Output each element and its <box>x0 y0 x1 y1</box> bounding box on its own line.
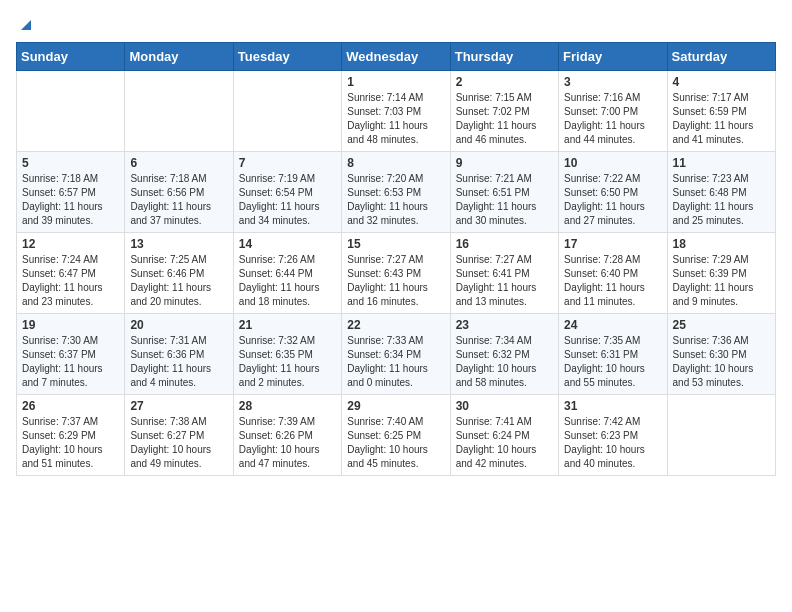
day-of-week-header: Wednesday <box>342 43 450 71</box>
day-number: 3 <box>564 75 661 89</box>
day-info: Sunrise: 7:28 AM Sunset: 6:40 PM Dayligh… <box>564 253 661 309</box>
day-number: 7 <box>239 156 336 170</box>
day-info: Sunrise: 7:24 AM Sunset: 6:47 PM Dayligh… <box>22 253 119 309</box>
calendar-cell: 7Sunrise: 7:19 AM Sunset: 6:54 PM Daylig… <box>233 152 341 233</box>
calendar-cell: 21Sunrise: 7:32 AM Sunset: 6:35 PM Dayli… <box>233 314 341 395</box>
calendar-cell: 27Sunrise: 7:38 AM Sunset: 6:27 PM Dayli… <box>125 395 233 476</box>
day-number: 6 <box>130 156 227 170</box>
calendar-cell: 18Sunrise: 7:29 AM Sunset: 6:39 PM Dayli… <box>667 233 775 314</box>
day-number: 12 <box>22 237 119 251</box>
day-number: 8 <box>347 156 444 170</box>
calendar-cell: 26Sunrise: 7:37 AM Sunset: 6:29 PM Dayli… <box>17 395 125 476</box>
day-number: 14 <box>239 237 336 251</box>
calendar-cell: 16Sunrise: 7:27 AM Sunset: 6:41 PM Dayli… <box>450 233 558 314</box>
day-number: 24 <box>564 318 661 332</box>
day-number: 20 <box>130 318 227 332</box>
calendar-cell: 8Sunrise: 7:20 AM Sunset: 6:53 PM Daylig… <box>342 152 450 233</box>
day-info: Sunrise: 7:21 AM Sunset: 6:51 PM Dayligh… <box>456 172 553 228</box>
day-info: Sunrise: 7:16 AM Sunset: 7:00 PM Dayligh… <box>564 91 661 147</box>
day-info: Sunrise: 7:25 AM Sunset: 6:46 PM Dayligh… <box>130 253 227 309</box>
day-number: 5 <box>22 156 119 170</box>
calendar-cell: 1Sunrise: 7:14 AM Sunset: 7:03 PM Daylig… <box>342 71 450 152</box>
calendar-header-row: SundayMondayTuesdayWednesdayThursdayFrid… <box>17 43 776 71</box>
day-number: 15 <box>347 237 444 251</box>
day-number: 28 <box>239 399 336 413</box>
svg-marker-0 <box>21 20 31 30</box>
day-number: 22 <box>347 318 444 332</box>
calendar-cell: 4Sunrise: 7:17 AM Sunset: 6:59 PM Daylig… <box>667 71 775 152</box>
day-number: 19 <box>22 318 119 332</box>
calendar-week-row: 1Sunrise: 7:14 AM Sunset: 7:03 PM Daylig… <box>17 71 776 152</box>
day-info: Sunrise: 7:22 AM Sunset: 6:50 PM Dayligh… <box>564 172 661 228</box>
day-info: Sunrise: 7:27 AM Sunset: 6:41 PM Dayligh… <box>456 253 553 309</box>
day-number: 16 <box>456 237 553 251</box>
calendar-cell: 28Sunrise: 7:39 AM Sunset: 6:26 PM Dayli… <box>233 395 341 476</box>
day-number: 9 <box>456 156 553 170</box>
day-info: Sunrise: 7:38 AM Sunset: 6:27 PM Dayligh… <box>130 415 227 471</box>
day-number: 30 <box>456 399 553 413</box>
day-number: 18 <box>673 237 770 251</box>
day-info: Sunrise: 7:35 AM Sunset: 6:31 PM Dayligh… <box>564 334 661 390</box>
day-of-week-header: Saturday <box>667 43 775 71</box>
day-info: Sunrise: 7:30 AM Sunset: 6:37 PM Dayligh… <box>22 334 119 390</box>
day-info: Sunrise: 7:17 AM Sunset: 6:59 PM Dayligh… <box>673 91 770 147</box>
calendar-table: SundayMondayTuesdayWednesdayThursdayFrid… <box>16 42 776 476</box>
day-info: Sunrise: 7:27 AM Sunset: 6:43 PM Dayligh… <box>347 253 444 309</box>
calendar-cell: 3Sunrise: 7:16 AM Sunset: 7:00 PM Daylig… <box>559 71 667 152</box>
day-number: 2 <box>456 75 553 89</box>
day-info: Sunrise: 7:15 AM Sunset: 7:02 PM Dayligh… <box>456 91 553 147</box>
day-info: Sunrise: 7:23 AM Sunset: 6:48 PM Dayligh… <box>673 172 770 228</box>
calendar-cell: 29Sunrise: 7:40 AM Sunset: 6:25 PM Dayli… <box>342 395 450 476</box>
day-info: Sunrise: 7:14 AM Sunset: 7:03 PM Dayligh… <box>347 91 444 147</box>
day-number: 27 <box>130 399 227 413</box>
day-number: 10 <box>564 156 661 170</box>
calendar-cell: 11Sunrise: 7:23 AM Sunset: 6:48 PM Dayli… <box>667 152 775 233</box>
calendar-cell: 17Sunrise: 7:28 AM Sunset: 6:40 PM Dayli… <box>559 233 667 314</box>
day-info: Sunrise: 7:31 AM Sunset: 6:36 PM Dayligh… <box>130 334 227 390</box>
calendar-week-row: 5Sunrise: 7:18 AM Sunset: 6:57 PM Daylig… <box>17 152 776 233</box>
page-header <box>16 16 776 30</box>
calendar-cell: 15Sunrise: 7:27 AM Sunset: 6:43 PM Dayli… <box>342 233 450 314</box>
calendar-cell: 19Sunrise: 7:30 AM Sunset: 6:37 PM Dayli… <box>17 314 125 395</box>
day-of-week-header: Sunday <box>17 43 125 71</box>
calendar-cell: 9Sunrise: 7:21 AM Sunset: 6:51 PM Daylig… <box>450 152 558 233</box>
day-info: Sunrise: 7:34 AM Sunset: 6:32 PM Dayligh… <box>456 334 553 390</box>
day-number: 17 <box>564 237 661 251</box>
day-number: 29 <box>347 399 444 413</box>
day-info: Sunrise: 7:29 AM Sunset: 6:39 PM Dayligh… <box>673 253 770 309</box>
day-number: 21 <box>239 318 336 332</box>
day-number: 11 <box>673 156 770 170</box>
calendar-cell: 23Sunrise: 7:34 AM Sunset: 6:32 PM Dayli… <box>450 314 558 395</box>
calendar-week-row: 19Sunrise: 7:30 AM Sunset: 6:37 PM Dayli… <box>17 314 776 395</box>
day-number: 25 <box>673 318 770 332</box>
calendar-cell: 31Sunrise: 7:42 AM Sunset: 6:23 PM Dayli… <box>559 395 667 476</box>
day-info: Sunrise: 7:33 AM Sunset: 6:34 PM Dayligh… <box>347 334 444 390</box>
calendar-cell: 22Sunrise: 7:33 AM Sunset: 6:34 PM Dayli… <box>342 314 450 395</box>
day-info: Sunrise: 7:36 AM Sunset: 6:30 PM Dayligh… <box>673 334 770 390</box>
calendar-cell <box>17 71 125 152</box>
calendar-cell: 13Sunrise: 7:25 AM Sunset: 6:46 PM Dayli… <box>125 233 233 314</box>
day-info: Sunrise: 7:32 AM Sunset: 6:35 PM Dayligh… <box>239 334 336 390</box>
day-of-week-header: Tuesday <box>233 43 341 71</box>
calendar-week-row: 26Sunrise: 7:37 AM Sunset: 6:29 PM Dayli… <box>17 395 776 476</box>
day-of-week-header: Thursday <box>450 43 558 71</box>
day-number: 13 <box>130 237 227 251</box>
day-info: Sunrise: 7:42 AM Sunset: 6:23 PM Dayligh… <box>564 415 661 471</box>
day-number: 31 <box>564 399 661 413</box>
calendar-cell: 20Sunrise: 7:31 AM Sunset: 6:36 PM Dayli… <box>125 314 233 395</box>
day-of-week-header: Monday <box>125 43 233 71</box>
calendar-cell: 5Sunrise: 7:18 AM Sunset: 6:57 PM Daylig… <box>17 152 125 233</box>
calendar-cell <box>667 395 775 476</box>
day-info: Sunrise: 7:20 AM Sunset: 6:53 PM Dayligh… <box>347 172 444 228</box>
calendar-cell: 6Sunrise: 7:18 AM Sunset: 6:56 PM Daylig… <box>125 152 233 233</box>
logo-triangle-icon <box>17 16 35 34</box>
calendar-cell: 14Sunrise: 7:26 AM Sunset: 6:44 PM Dayli… <box>233 233 341 314</box>
day-info: Sunrise: 7:18 AM Sunset: 6:57 PM Dayligh… <box>22 172 119 228</box>
day-info: Sunrise: 7:40 AM Sunset: 6:25 PM Dayligh… <box>347 415 444 471</box>
calendar-week-row: 12Sunrise: 7:24 AM Sunset: 6:47 PM Dayli… <box>17 233 776 314</box>
day-info: Sunrise: 7:19 AM Sunset: 6:54 PM Dayligh… <box>239 172 336 228</box>
day-info: Sunrise: 7:18 AM Sunset: 6:56 PM Dayligh… <box>130 172 227 228</box>
day-info: Sunrise: 7:26 AM Sunset: 6:44 PM Dayligh… <box>239 253 336 309</box>
logo <box>16 16 36 30</box>
day-number: 1 <box>347 75 444 89</box>
